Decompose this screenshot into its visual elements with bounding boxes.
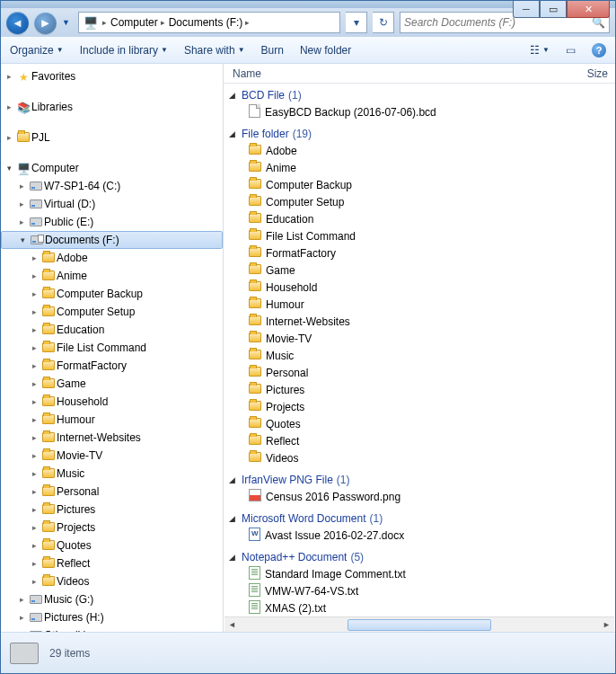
expand-arrow[interactable]: ▸ [15,613,28,622]
sidebar-folder-music[interactable]: ▸Music [1,465,223,483]
sidebar-folder-game[interactable]: ▸Game [1,375,223,393]
back-button[interactable]: ◄ [6,12,29,34]
sidebar-folder-quotes[interactable]: ▸Quotes [1,537,223,554]
expand-arrow[interactable]: ▸ [28,253,40,262]
expand-arrow[interactable]: ▸ [28,469,40,478]
address-bar[interactable]: 🖥️ ▸ Computer▸ Documents (F:)▸ [78,12,340,33]
expand-arrow[interactable]: ▸ [28,541,40,550]
help-button[interactable]: ? [592,43,606,58]
sidebar-folder-personal[interactable]: ▸Personal [1,483,223,501]
group-header-bcdfile[interactable]: ◢BCD File (1) [229,87,615,103]
sidebar-folder-anime[interactable]: ▸Anime [1,267,223,285]
sidebar-drive-virtuald[interactable]: ▸Virtual (D:) [1,195,223,213]
expand-arrow[interactable]: ▸ [28,577,40,586]
list-item[interactable]: Quotes [229,415,615,432]
new-folder-button[interactable]: New folder [300,44,351,57]
group-header-filefolder[interactable]: ◢File folder (19) [229,126,615,142]
sidebar-folder-humour[interactable]: ▸Humour [1,411,223,429]
sidebar-folder-movietv[interactable]: ▸Movie-TV [1,447,223,465]
search-input[interactable] [404,16,592,29]
expand-arrow[interactable]: ▸ [15,182,28,191]
expand-arrow[interactable]: ▸ [28,505,40,514]
sidebar-drive-publice[interactable]: ▸Public (E:) [1,213,223,231]
sidebar-drive-w7sp164c[interactable]: ▸W7-SP1-64 (C:) [1,177,223,195]
expand-arrow[interactable]: ▸ [3,102,15,111]
list-item[interactable]: Household [229,279,615,296]
expand-arrow[interactable]: ▸ [28,487,40,496]
list-item[interactable]: Movie-TV [229,330,615,347]
sidebar-folder-formatfactory[interactable]: ▸FormatFactory [1,357,223,375]
sidebar-folder-internetwebsites[interactable]: ▸Internet-Websites [1,429,223,447]
list-item[interactable]: Projects [229,398,615,415]
preview-pane-button[interactable]: ▭ [566,44,576,57]
list-item[interactable]: Census 2016 Password.png [229,488,615,505]
expand-arrow[interactable]: ▸ [28,361,40,370]
list-item[interactable]: FormatFactory [229,244,615,262]
expand-arrow[interactable]: ▸ [28,343,40,352]
breadcrumb-documents[interactable]: Documents (F:)▸ [169,16,251,29]
list-item[interactable]: File List Command [229,227,615,244]
list-item[interactable]: Game [229,262,615,279]
expand-arrow[interactable]: ▸ [28,397,40,406]
expand-arrow[interactable]: ▾ [3,164,15,173]
scroll-right-arrow[interactable]: ► [599,618,614,632]
expand-arrow[interactable]: ▸ [28,271,40,280]
scroll-thumb[interactable] [348,619,491,631]
scroll-track[interactable] [240,618,599,632]
list-item[interactable]: XMAS (2).txt [229,599,615,616]
sidebar-folder-computerbackup[interactable]: ▸Computer Backup [1,285,223,303]
expand-arrow[interactable]: ▸ [15,595,28,604]
expand-arrow[interactable]: ▸ [28,379,40,388]
expand-arrow[interactable]: ▸ [28,325,40,334]
group-header-microsoftworddocument[interactable]: ◢Microsoft Word Document (1) [229,510,615,527]
horizontal-scrollbar[interactable]: ◄ ► [224,616,614,632]
forward-button[interactable]: ► [34,12,57,34]
expand-arrow[interactable]: ▸ [28,451,40,460]
sidebar-pjl[interactable]: ▸PJL [1,129,223,146]
expand-arrow[interactable]: ▸ [28,289,40,298]
sidebar-drive-documentsf[interactable]: ▾Documents (F:) [1,231,223,249]
sidebar-folder-videos[interactable]: ▸Videos [1,572,223,590]
list-item[interactable]: Computer Setup [229,193,615,210]
minimize-button[interactable]: ─ [513,1,540,18]
organize-menu[interactable]: Organize▼ [10,44,64,57]
sidebar-drive-picturesh[interactable]: ▸Pictures (H:) [1,608,223,626]
list-item[interactable]: Videos [229,449,615,466]
sidebar-folder-adobe[interactable]: ▸Adobe [1,249,223,267]
list-item[interactable]: Education [229,210,615,227]
list-item[interactable]: Internet-Websites [229,313,615,330]
sidebar-computer[interactable]: ▾🖥️Computer [1,159,223,177]
group-header-notepaddocument[interactable]: ◢Notepad++ Document (5) [229,549,615,565]
sidebar-folder-projects[interactable]: ▸Projects [1,519,223,537]
expand-arrow[interactable]: ▾ [16,235,29,244]
expand-arrow[interactable]: ▸ [3,133,15,142]
list-item[interactable]: Reflect [229,432,615,449]
maximize-button[interactable]: ▭ [540,1,567,18]
list-item[interactable]: Humour [229,296,615,313]
expand-arrow[interactable]: ▸ [28,415,40,424]
column-size[interactable]: Size [570,67,615,80]
list-item[interactable]: Avast Issue 2016-02-27.docx [229,527,615,544]
share-with-menu[interactable]: Share with▼ [184,44,245,57]
scroll-left-arrow[interactable]: ◄ [224,618,240,632]
expand-arrow[interactable]: ▸ [28,433,40,442]
list-item[interactable]: Adobe [229,142,615,159]
expand-arrow[interactable]: ▸ [15,200,28,208]
breadcrumb-computer[interactable]: Computer▸ [110,16,165,29]
expand-arrow[interactable]: ▸ [28,559,40,568]
list-item[interactable]: Pictures [229,381,615,398]
sidebar-folder-filelistcommand[interactable]: ▸File List Command [1,339,223,357]
expand-arrow[interactable]: ▸ [3,72,15,81]
view-menu[interactable]: ☷▼ [530,44,550,57]
include-library-menu[interactable]: Include in library▼ [80,44,168,57]
list-item[interactable]: Anime [229,159,615,176]
expand-arrow[interactable]: ▸ [15,217,28,226]
list-item[interactable]: Computer Backup [229,176,615,193]
list-item[interactable]: VMW-W7-64-VS.txt [229,582,615,599]
close-button[interactable]: ✕ [567,1,610,18]
group-header-irfanviewpngfile[interactable]: ◢IrfanView PNG File (1) [229,472,615,488]
list-item[interactable]: EasyBCD Backup (2016-07-06).bcd [229,103,615,120]
column-name[interactable]: Name [233,67,570,80]
history-dropdown[interactable]: ▼ [62,18,73,27]
expand-arrow[interactable]: ▸ [28,523,40,532]
